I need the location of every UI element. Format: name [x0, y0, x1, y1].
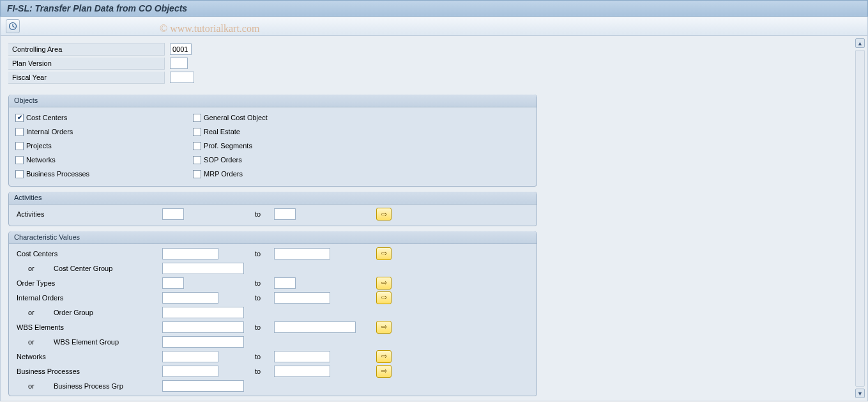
cv-from-input-8[interactable] — [162, 366, 218, 377]
checkbox-label: SOP Orders — [204, 156, 242, 164]
cv-to-input-0[interactable] — [274, 248, 330, 259]
or-label: or — [15, 265, 54, 272]
cv-from-input-3[interactable] — [162, 292, 218, 304]
activities-label: Activities — [15, 210, 162, 218]
or-label: or — [15, 338, 54, 346]
checkbox-left-2[interactable] — [15, 142, 24, 150]
content-area: ▲ ▼ Controlling Area Plan Version Fiscal… — [0, 36, 868, 401]
cv-multi-select-button-2[interactable]: ⇨ — [376, 277, 392, 290]
arrow-right-icon: ⇨ — [381, 367, 387, 375]
cv-label: Order Types — [15, 279, 162, 287]
scroll-down-button[interactable]: ▼ — [855, 389, 865, 398]
cv-label: Networks — [15, 353, 162, 360]
cv-multi-select-button-8[interactable]: ⇨ — [376, 365, 392, 378]
activities-to-input[interactable] — [274, 208, 296, 220]
cv-multi-select-button-7[interactable]: ⇨ — [376, 350, 392, 363]
activities-group: Activities Activities to ⇨ — [8, 192, 537, 226]
checkbox-right-1[interactable] — [193, 128, 201, 136]
cv-label: Internal Orders — [15, 294, 162, 302]
objects-group-title: Objects — [9, 95, 537, 107]
fiscal-year-label: Fiscal Year — [8, 72, 165, 84]
fiscal-year-input[interactable] — [170, 72, 194, 83]
controlling-area-input[interactable] — [170, 43, 192, 55]
controlling-area-label: Controlling Area — [8, 43, 165, 56]
arrow-right-icon: ⇨ — [381, 323, 387, 331]
checkbox-left-3[interactable] — [15, 156, 24, 164]
checkbox-right-4[interactable] — [193, 170, 201, 178]
cv-to-label: to — [255, 294, 274, 302]
cv-group-input-9[interactable] — [162, 380, 244, 392]
checkbox-label: Networks — [26, 156, 56, 164]
application-toolbar — [0, 17, 868, 36]
plan-version-label: Plan Version — [8, 58, 165, 70]
cv-from-input-0[interactable] — [162, 248, 218, 259]
arrow-right-icon: ⇨ — [381, 210, 387, 219]
checkbox-right-3[interactable] — [193, 156, 201, 164]
checkbox-left-4[interactable] — [15, 170, 24, 178]
scroll-up-button[interactable]: ▲ — [855, 38, 865, 48]
clock-execute-icon — [8, 22, 17, 31]
page-title: FI-SL: Transfer Plan Data from CO Object… — [7, 3, 187, 13]
arrow-right-icon: ⇨ — [381, 249, 387, 258]
cv-to-input-3[interactable] — [274, 292, 330, 304]
cv-to-input-2[interactable] — [274, 277, 296, 289]
vertical-scrollbar[interactable] — [855, 50, 865, 387]
cv-group-label: Business Process Grp — [54, 382, 162, 390]
cv-multi-select-button-0[interactable]: ⇨ — [376, 247, 392, 260]
activities-from-input[interactable] — [162, 208, 184, 220]
characteristic-values-title: Characteristic Values — [9, 231, 537, 244]
arrow-right-icon: ⇨ — [381, 352, 387, 360]
cv-to-label: to — [255, 279, 274, 287]
checkbox-label: MRP Orders — [204, 170, 243, 178]
cv-group-input-4[interactable] — [162, 307, 244, 318]
objects-group: Objects Cost CentersInternal OrdersProje… — [8, 95, 537, 187]
checkbox-left-1[interactable] — [15, 128, 24, 136]
cv-group-label: Cost Center Group — [54, 265, 162, 272]
activities-multi-select-button[interactable]: ⇨ — [376, 208, 392, 220]
checkbox-label: Business Processes — [26, 170, 89, 178]
checkbox-right-2[interactable] — [193, 142, 201, 150]
cv-from-input-7[interactable] — [162, 351, 218, 362]
or-label: or — [15, 382, 54, 390]
checkbox-right-0[interactable] — [193, 114, 201, 122]
checkbox-label: Real Estate — [204, 128, 240, 135]
cv-group-input-1[interactable] — [162, 263, 244, 274]
cv-group-input-6[interactable] — [162, 336, 244, 348]
checkbox-label: Projects — [26, 142, 52, 150]
cv-from-input-2[interactable] — [162, 277, 184, 289]
cv-to-input-7[interactable] — [274, 351, 330, 362]
cv-to-label: to — [255, 367, 274, 375]
checkbox-label: Prof. Segments — [204, 142, 252, 150]
cv-to-label: to — [255, 353, 274, 360]
cv-label: WBS Elements — [15, 323, 162, 331]
cv-label: Business Processes — [15, 367, 162, 375]
cv-to-input-8[interactable] — [274, 366, 330, 377]
arrow-right-icon: ⇨ — [381, 279, 387, 287]
arrow-right-icon: ⇨ — [381, 293, 387, 302]
cv-to-label: to — [255, 323, 274, 331]
checkbox-left-0[interactable] — [15, 114, 24, 122]
window-title-bar: FI-SL: Transfer Plan Data from CO Object… — [0, 0, 868, 17]
activities-to-label: to — [255, 210, 274, 218]
cv-group-label: WBS Element Group — [54, 338, 162, 346]
cv-to-label: to — [255, 250, 274, 258]
cv-group-label: Order Group — [54, 309, 162, 316]
characteristic-values-group: Characteristic Values Cost Centersto⇨orC… — [8, 231, 537, 396]
checkbox-label: Cost Centers — [26, 114, 67, 121]
execute-button[interactable] — [6, 19, 20, 33]
cv-to-input-5[interactable] — [274, 321, 356, 333]
or-label: or — [15, 309, 54, 316]
activities-group-title: Activities — [9, 192, 537, 205]
checkbox-label: General Cost Object — [204, 114, 268, 121]
cv-label: Cost Centers — [15, 250, 162, 258]
cv-multi-select-button-5[interactable]: ⇨ — [376, 321, 392, 334]
plan-version-input[interactable] — [170, 58, 188, 69]
checkbox-label: Internal Orders — [26, 128, 73, 135]
cv-from-input-5[interactable] — [162, 321, 244, 333]
cv-multi-select-button-3[interactable]: ⇨ — [376, 291, 392, 304]
